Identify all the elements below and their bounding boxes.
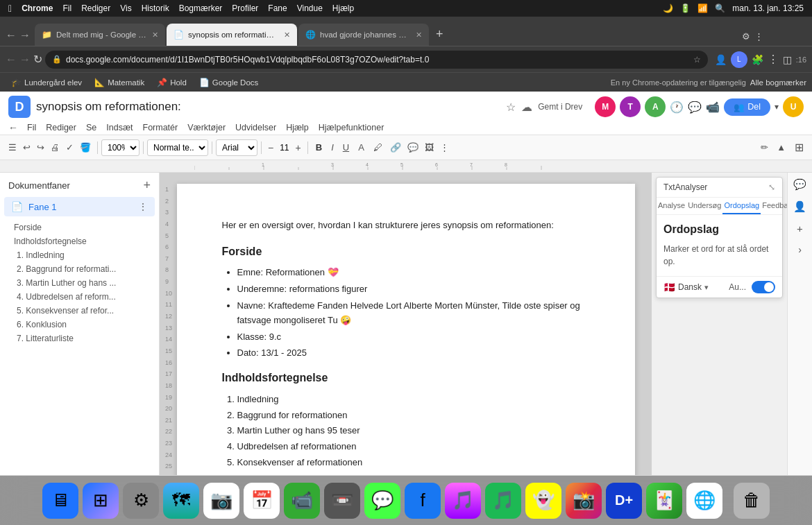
- profile-avatar[interactable]: L: [731, 51, 747, 68]
- redo-button[interactable]: ↪: [34, 139, 47, 155]
- tab-synopsis[interactable]: 📄 synopsis om reformationen: ✕: [167, 24, 297, 46]
- sidebar-fane1-tab[interactable]: 📄 Fane 1 ⋮: [4, 197, 155, 216]
- dock-spotify[interactable]: 🎵: [485, 483, 521, 519]
- insert-comment-button[interactable]: 💬: [405, 139, 421, 155]
- all-bookmarks[interactable]: Alle bogmærker: [750, 78, 806, 87]
- dock-maps[interactable]: 🗺: [163, 483, 199, 519]
- chrome-settings-icon[interactable]: ⋮: [768, 53, 779, 66]
- docs-menu-se[interactable]: Se: [81, 121, 101, 135]
- user-avatar-main[interactable]: U: [783, 96, 804, 117]
- insert-image-button[interactable]: 🖼: [422, 139, 437, 155]
- tab1-close-icon[interactable]: ✕: [152, 31, 158, 40]
- docs-menu-formater[interactable]: Formatér: [138, 121, 183, 135]
- bookmark-lundergaard[interactable]: 🎓 Lundergård elev: [6, 76, 87, 89]
- highlight-button[interactable]: 🖊: [369, 139, 387, 155]
- edit-mode-button[interactable]: ✏: [758, 139, 771, 155]
- print-button[interactable]: 🖨: [48, 139, 62, 155]
- right-strip-expand-icon[interactable]: ›: [798, 244, 802, 255]
- docs-menu-back-icon[interactable]: ←: [8, 122, 18, 133]
- right-strip-chat-icon[interactable]: 💬: [793, 178, 806, 191]
- link-button[interactable]: 🔗: [387, 139, 404, 155]
- more-toolbar-btn[interactable]: ⋮: [437, 139, 452, 155]
- toc-item-indledning[interactable]: 1. Indledning: [0, 248, 159, 262]
- dock-chrome[interactable]: 🌐: [686, 483, 722, 519]
- new-tab-button[interactable]: +: [430, 27, 449, 42]
- cloud-icon[interactable]: ☁: [521, 101, 532, 114]
- dock-instagram[interactable]: 📸: [566, 483, 602, 519]
- ta-tab-undersoeg[interactable]: Undersøg: [686, 198, 722, 214]
- menu-profiler[interactable]: Profiler: [232, 3, 258, 13]
- dock-facebook[interactable]: f: [405, 483, 441, 519]
- language-dropdown-button[interactable]: ▾: [704, 283, 709, 292]
- tab-hvad-gjorde[interactable]: 🌐 hvad gjorde johannes calvin i ✕: [298, 24, 429, 46]
- document-canvas[interactable]: 12345678 910111213141516 171819202122232…: [160, 173, 652, 475]
- menu-bogmaerker[interactable]: Bogmærker: [179, 3, 223, 13]
- docs-side-panel-btn[interactable]: ⊞: [792, 138, 806, 157]
- chrome-menu-button[interactable]: ⋮: [754, 31, 763, 42]
- document-page[interactable]: ← Her er en oversigt over, hvordan I kan…: [177, 184, 635, 475]
- menu-fane[interactable]: Fane: [268, 3, 287, 13]
- right-strip-add-icon[interactable]: +: [797, 223, 803, 234]
- toc-item-forside[interactable]: Forside: [0, 221, 159, 234]
- doc-back-button[interactable]: ←: [160, 191, 162, 205]
- dock-settings[interactable]: ⚙: [123, 483, 159, 519]
- font-select[interactable]: Arial: [216, 139, 257, 156]
- forward-button[interactable]: →: [19, 53, 31, 66]
- spellcheck-button[interactable]: ✓: [63, 139, 76, 155]
- undo-button[interactable]: ↩: [20, 139, 33, 155]
- tab-options-button[interactable]: ⋮: [138, 201, 148, 212]
- docs-menu-hjaelpefunktioner[interactable]: Hjælpefunktioner: [314, 121, 389, 135]
- menu-fil[interactable]: Fil: [62, 3, 71, 13]
- menu-icon-btn[interactable]: ☰: [6, 139, 19, 155]
- style-select[interactable]: Normal te...: [147, 139, 208, 156]
- toc-item-udbredelsen[interactable]: 4. Udbredelsen af reform...: [0, 290, 159, 304]
- tab-delt-med-mig[interactable]: 📁 Delt med mig - Google Drev ✕: [35, 24, 165, 46]
- dock-facetime2[interactable]: 📼: [324, 483, 360, 519]
- comment-icon[interactable]: 💬: [688, 101, 702, 114]
- refresh-button[interactable]: ↻: [33, 53, 42, 66]
- dock-trash[interactable]: 🗑: [734, 483, 770, 519]
- sidebar-toggle-icon[interactable]: ◫: [783, 54, 792, 65]
- tab2-close-icon[interactable]: ✕: [284, 31, 290, 40]
- menu-rediger[interactable]: Rediger: [81, 3, 110, 13]
- docs-title[interactable]: synopsis om reformationen:: [36, 100, 500, 114]
- extensions-icon[interactable]: 🧩: [752, 54, 763, 65]
- ta-tab-ordopslag[interactable]: Ordopslag: [722, 198, 761, 214]
- dock-launchpad[interactable]: ⊞: [83, 483, 119, 519]
- ta-tab-analyse[interactable]: Analyse: [657, 198, 686, 214]
- dock-photos[interactable]: 📷: [203, 483, 239, 519]
- font-size-increase[interactable]: +: [293, 141, 304, 155]
- dock-solitaire[interactable]: 🃏: [646, 483, 682, 519]
- right-strip-user-icon[interactable]: 👤: [793, 200, 806, 213]
- toc-item-konsekvenser[interactable]: 5. Konsekvenser af refor...: [0, 304, 159, 318]
- menu-vindue[interactable]: Vindue: [297, 3, 323, 13]
- menu-chrome[interactable]: Chrome: [22, 3, 53, 13]
- toc-item-baggrund[interactable]: 2. Baggrund for reformati...: [0, 262, 159, 276]
- toc-item-konklusion[interactable]: 6. Konklusion: [0, 318, 159, 332]
- font-size-decrease[interactable]: −: [265, 141, 276, 155]
- account-icon[interactable]: 👤: [715, 54, 727, 65]
- share-dropdown-icon[interactable]: ▾: [775, 102, 779, 112]
- docs-menu-vaerktojer[interactable]: Værktøjer: [183, 121, 230, 135]
- dock-finder[interactable]: 🖥: [42, 483, 78, 519]
- zoom-select[interactable]: 100%: [101, 139, 139, 156]
- docs-menu-fil[interactable]: Fil: [22, 121, 41, 135]
- bookmark-googledocs[interactable]: 📄 Google Docs: [194, 76, 264, 89]
- dock-disneyplus[interactable]: D+: [606, 483, 642, 519]
- italic-button[interactable]: I: [327, 139, 338, 155]
- menu-historik[interactable]: Historik: [142, 3, 169, 13]
- docs-menu-rediger[interactable]: Rediger: [41, 121, 81, 135]
- auto-toggle[interactable]: [752, 281, 775, 293]
- star-icon[interactable]: ☆: [506, 101, 516, 114]
- share-button[interactable]: 👥 Del: [724, 98, 770, 116]
- docs-menu-udvidelser[interactable]: Udvidelser: [230, 121, 281, 135]
- address-bar[interactable]: 🔒 docs.google.com/document/d/1I1BwnDtjTB…: [45, 51, 708, 69]
- toc-item-litteraturliste[interactable]: 7. Litteraturliste: [0, 332, 159, 345]
- video-icon[interactable]: 📹: [706, 101, 720, 114]
- underline-button[interactable]: U: [339, 139, 353, 155]
- toc-item-luther[interactable]: 3. Martin Luther og hans ...: [0, 276, 159, 290]
- bold-button[interactable]: B: [312, 139, 326, 155]
- toc-item-indholdsfortegnelse[interactable]: Indholdsfortegnelse: [0, 234, 159, 248]
- dock-itunes[interactable]: 🎵: [445, 483, 481, 519]
- dock-messages[interactable]: 💬: [364, 483, 400, 519]
